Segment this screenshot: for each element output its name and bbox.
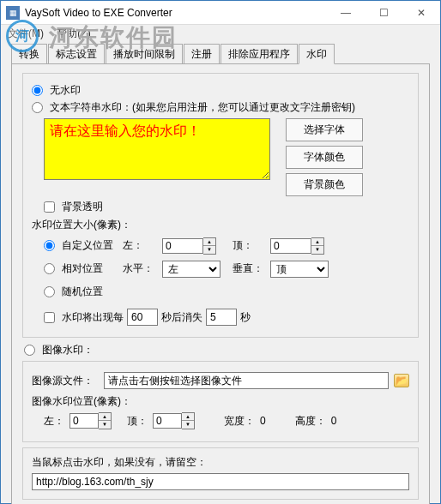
label-image-src: 图像源文件： <box>32 374 99 388</box>
click-url-group: 当鼠标点击水印，如果没有，请留空： <box>22 447 419 500</box>
bg-color-button[interactable]: 背景颜色 <box>286 173 363 196</box>
label-vert: 垂直： <box>233 261 267 276</box>
label-seconds: 秒 <box>240 310 251 325</box>
bg-transparent-checkbox[interactable] <box>44 201 55 213</box>
appear-every-checkbox[interactable] <box>44 312 55 323</box>
radio-random-pos[interactable] <box>44 286 55 297</box>
minimize-button[interactable]: — <box>327 1 365 24</box>
spinner-img-left[interactable]: ▲▼ <box>99 412 112 429</box>
label-horiz: 水平： <box>123 261 159 276</box>
menu-help[interactable]: 帮助(Z) <box>57 27 90 39</box>
radio-no-watermark[interactable] <box>32 85 43 96</box>
label-position-size: 水印位置大小(像素)： <box>32 218 409 232</box>
radio-text-watermark[interactable] <box>32 102 43 113</box>
tab-convert[interactable]: 转换 <box>11 44 47 63</box>
label-relative-pos: 相对位置 <box>62 261 103 276</box>
input-left[interactable] <box>162 238 203 254</box>
tab-logo[interactable]: 标志设置 <box>48 44 105 63</box>
text-color-button[interactable]: 字体颜色 <box>286 146 363 169</box>
window-title: VaySoft Video to EXE Converter <box>25 7 327 19</box>
combo-vert[interactable]: 顶 <box>270 261 329 278</box>
label-img-left: 左： <box>44 414 64 429</box>
input-click-url[interactable] <box>32 473 409 490</box>
input-image-src[interactable] <box>104 372 389 389</box>
browse-image-button[interactable]: 📂 <box>394 374 409 387</box>
titlebar: ▦ VaySoft Video to EXE Converter — ☐ ✕ <box>1 1 440 25</box>
label-image-pos: 图像水印位置(像素)： <box>32 394 409 409</box>
tab-bar: 转换 标志设置 播放时间限制 注册 排除应用程序 水印 <box>11 45 430 64</box>
combo-horiz[interactable]: 左 <box>162 261 220 278</box>
choose-font-button[interactable]: 选择字体 <box>286 118 363 141</box>
app-window: ▦ VaySoft Video to EXE Converter — ☐ ✕ 文… <box>0 0 441 504</box>
watermark-text-input[interactable]: 请在这里输入您的水印！ <box>44 118 270 180</box>
label-image-watermark: 图像水印： <box>42 343 94 357</box>
tab-watermark[interactable]: 水印 <box>299 44 335 64</box>
spinner-left[interactable]: ▲▼ <box>203 237 216 255</box>
tab-register[interactable]: 注册 <box>184 44 220 63</box>
label-no-watermark: 无水印 <box>50 83 81 98</box>
tab-exclude[interactable]: 排除应用程序 <box>220 44 298 63</box>
spinner-img-top[interactable]: ▲▼ <box>182 412 195 429</box>
label-bg-transparent: 背景透明 <box>62 200 103 214</box>
image-watermark-group: 图像源文件： 📂 图像水印位置(像素)： 左： ▲▼ 顶： ▲▼ 宽度： 0 高… <box>22 361 419 442</box>
spinner-top[interactable]: ▲▼ <box>311 237 324 255</box>
watermark-panel: 无水印 文本字符串水印：(如果您启用注册，您可以通过更改文字注册密钥) 请在这里… <box>11 64 430 504</box>
input-disappear-seconds[interactable] <box>206 309 237 326</box>
label-custom-pos: 自定义位置 <box>62 238 113 253</box>
radio-image-watermark[interactable] <box>24 345 35 356</box>
label-left: 左： <box>123 238 159 253</box>
label-random-pos: 随机位置 <box>62 285 103 299</box>
value-img-height: 0 <box>331 415 337 427</box>
close-button[interactable]: ✕ <box>402 1 440 24</box>
label-appear-every: 水印将出现每 <box>62 310 124 325</box>
input-appear-seconds[interactable] <box>127 309 158 326</box>
label-img-width: 宽度： <box>224 414 255 429</box>
label-click-url: 当鼠标点击水印，如果没有，请留空： <box>32 455 409 470</box>
label-disappear: 秒后消失 <box>161 310 202 325</box>
radio-relative-pos[interactable] <box>44 263 55 274</box>
input-top[interactable] <box>270 238 311 254</box>
tab-timelimit[interactable]: 播放时间限制 <box>106 44 183 63</box>
maximize-button[interactable]: ☐ <box>365 1 402 24</box>
input-img-left[interactable] <box>69 413 99 429</box>
label-img-height: 高度： <box>295 414 326 429</box>
label-top: 顶： <box>233 238 267 253</box>
menubar: 文件(M) 帮助(Z) <box>1 25 440 42</box>
label-img-top: 顶： <box>127 414 148 429</box>
app-icon: ▦ <box>6 6 20 20</box>
input-img-top[interactable] <box>153 413 182 429</box>
radio-custom-pos[interactable] <box>44 240 55 251</box>
text-watermark-group: 无水印 文本字符串水印：(如果您启用注册，您可以通过更改文字注册密钥) 请在这里… <box>22 73 419 338</box>
label-text-watermark: 文本字符串水印：(如果您启用注册，您可以通过更改文字注册密钥) <box>50 100 355 115</box>
menu-file[interactable]: 文件(M) <box>8 27 44 39</box>
value-img-width: 0 <box>260 415 266 427</box>
